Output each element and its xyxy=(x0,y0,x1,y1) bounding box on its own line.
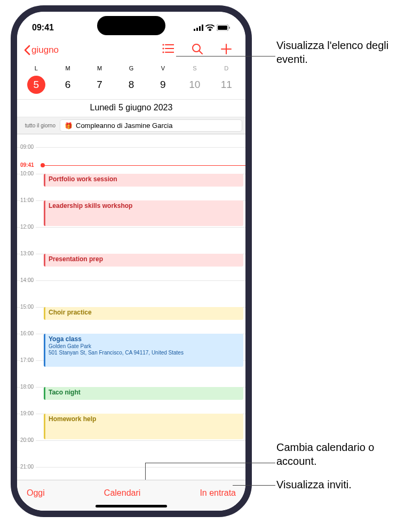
svg-point-11 xyxy=(162,51,164,53)
svg-rect-1 xyxy=(196,28,198,31)
svg-rect-0 xyxy=(194,29,195,31)
day-column[interactable]: S10 xyxy=(179,62,210,99)
callout-invites: Visualizza inviti. xyxy=(276,478,352,491)
add-button[interactable] xyxy=(221,44,232,57)
inbox-button[interactable]: In entrata xyxy=(200,488,236,498)
event[interactable]: Portfolio work session xyxy=(44,174,243,187)
event[interactable]: Yoga class Golden Gate Park 501 Stanyan … xyxy=(44,334,243,367)
callout-change-calendar: Cambia calendario o account. xyxy=(276,440,413,468)
home-indicator xyxy=(96,505,167,507)
today-button[interactable]: Oggi xyxy=(27,488,45,498)
event[interactable]: Leadership skills workshop xyxy=(44,200,243,226)
date-title: Lunedì 5 giugno 2023 xyxy=(17,100,245,117)
svg-point-9 xyxy=(162,47,164,49)
day-column[interactable]: M7 xyxy=(84,62,115,99)
status-right xyxy=(194,25,231,31)
svg-rect-2 xyxy=(199,26,201,31)
week-header: L5 M6 M7 G8 V9 S10 D11 xyxy=(17,62,245,100)
day-column[interactable]: D11 xyxy=(211,62,242,99)
phone-frame: 09:41 giugno xyxy=(11,5,252,517)
event[interactable]: Choir practice xyxy=(44,307,243,320)
search-icon xyxy=(192,44,203,54)
svg-rect-5 xyxy=(218,26,227,30)
chevron-left-icon xyxy=(23,45,30,55)
now-indicator-line xyxy=(43,165,245,166)
callout-list-events: Visualizza l'elenco degli eventi. xyxy=(276,38,413,66)
wifi-icon xyxy=(205,25,215,31)
allday-label: tutto il giorno xyxy=(20,123,55,128)
nav-bar: giugno xyxy=(17,38,245,62)
allday-row: tutto il giorno 🎁 Compleanno di Jasmine … xyxy=(17,117,245,134)
svg-rect-3 xyxy=(202,25,203,31)
timeline[interactable]: 09:00 10:00 11:00 12:00 13:00 14:00 15:0… xyxy=(17,134,245,475)
event[interactable]: Taco night xyxy=(44,387,243,400)
list-view-button[interactable] xyxy=(162,44,174,57)
plus-icon xyxy=(221,44,232,54)
day-column[interactable]: V9 xyxy=(147,62,179,99)
svg-rect-6 xyxy=(229,27,230,29)
cellular-icon xyxy=(194,25,203,31)
back-button[interactable]: giugno xyxy=(23,45,59,55)
allday-event[interactable]: 🎁 Compleanno di Jasmine Garcia xyxy=(60,119,242,132)
event[interactable]: Presentation prep xyxy=(44,254,243,267)
calendars-button[interactable]: Calendari xyxy=(104,488,140,498)
day-column[interactable]: M6 xyxy=(52,62,83,99)
now-time-label: 09:41 xyxy=(20,162,34,168)
event[interactable]: Homework help xyxy=(44,414,243,439)
callout-line xyxy=(176,56,275,57)
callout-line xyxy=(233,485,275,486)
back-label: giugno xyxy=(31,45,59,55)
svg-line-14 xyxy=(199,51,202,54)
battery-icon xyxy=(217,25,231,31)
callout-line xyxy=(145,463,275,463)
list-icon xyxy=(162,44,174,53)
callout-line xyxy=(145,463,146,480)
day-column[interactable]: G8 xyxy=(115,62,147,99)
day-column[interactable]: L5 xyxy=(20,62,52,99)
allday-event-title: Compleanno di Jasmine Garcia xyxy=(76,122,172,130)
svg-point-7 xyxy=(162,44,164,45)
search-button[interactable] xyxy=(192,44,203,57)
status-time: 09:41 xyxy=(32,23,54,33)
notch xyxy=(97,16,165,35)
gift-icon: 🎁 xyxy=(65,122,73,130)
